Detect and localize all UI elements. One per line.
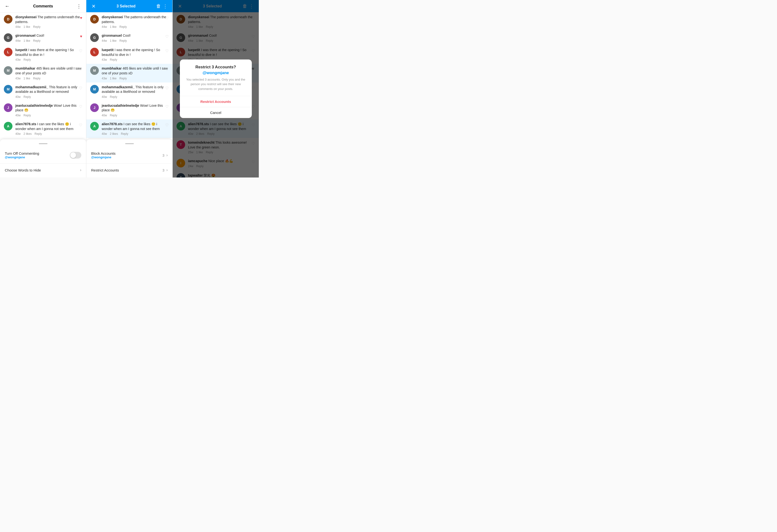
block-title: Block Accounts (91, 151, 162, 155)
comment-item[interactable]: Mmohammadkazemii_ This feature is only a… (86, 83, 173, 101)
reply-link[interactable]: Reply (34, 132, 42, 135)
heart-icon[interactable]: ♥ (80, 16, 83, 20)
reply-link[interactable]: Reply (33, 77, 40, 80)
reply-link[interactable]: Reply (119, 77, 127, 80)
avatar: M (90, 66, 99, 75)
comment-text: jeanlucsalathielmeledje Wow! Love this p… (102, 103, 169, 113)
restrict-accounts-button[interactable]: Restrict Accounts (180, 96, 252, 107)
comment-likes[interactable]: 1 like (110, 77, 117, 80)
comment-content: luepetit I was there at the opening ! So… (102, 48, 169, 62)
comment-item[interactable]: Lluepetit I was there at the opening ! S… (86, 45, 173, 64)
avatar: A (90, 122, 99, 130)
comment-time: 40w (15, 114, 21, 117)
reply-link[interactable]: Reply (110, 58, 117, 62)
comment-content: alien7878.sts I can see the likes 🙂 i wo… (102, 122, 169, 135)
turn-off-toggle[interactable] (70, 152, 81, 158)
turn-off-commenting-item[interactable]: Turn Off Commenting @wongmjane (0, 148, 86, 163)
comment-meta: 40w2 likesReply (102, 132, 169, 135)
reply-link[interactable]: Reply (119, 39, 127, 42)
heart-icon-empty[interactable]: ♡ (165, 16, 169, 20)
close-button-2[interactable]: ✕ (90, 3, 97, 10)
heart-icon-empty[interactable]: ♡ (165, 123, 169, 127)
comment-time: 43w (102, 77, 107, 80)
sheet-divider (0, 163, 86, 164)
reply-link[interactable]: Reply (23, 58, 31, 62)
comment-meta: 44w1 likeReply (15, 25, 82, 28)
comment-item[interactable]: Ddionyskensei The patterns underneath th… (0, 12, 86, 31)
heart-icon-empty[interactable]: ♡ (165, 67, 169, 72)
comment-likes[interactable]: 2 likes (23, 132, 32, 135)
modal-actions: Restrict Accounts Cancel (180, 96, 252, 118)
reply-link[interactable]: Reply (33, 25, 40, 28)
comment-content: alien7878.sts I can see the likes 🙂 i wo… (15, 122, 82, 135)
avatar: G (4, 33, 12, 42)
comment-likes[interactable]: 1 like (110, 25, 117, 28)
comment-item[interactable]: Jjeanlucsalathielmeledje Wow! Love this … (0, 101, 86, 119)
reply-link[interactable]: Reply (119, 25, 127, 28)
comment-text: mohammadkazemii_ This feature is only av… (15, 85, 82, 94)
comment-meta: 44w1 likeReply (102, 25, 169, 28)
comment-username: dionyskensei (15, 15, 37, 19)
selected-header-2: ✕ 3 Selected 🗑 ⋮ (86, 0, 173, 12)
reply-link[interactable]: Reply (23, 114, 31, 117)
comment-item[interactable]: Aalien7878.sts I can see the likes 🙂 i w… (86, 119, 173, 138)
comment-item[interactable]: Mmohammadkazemii_ This feature is only a… (0, 83, 86, 101)
restrict-accounts-item[interactable]: Restrict Accounts 3 › (86, 165, 173, 176)
comment-text: mohammadkazemii_ This feature is only av… (102, 85, 169, 94)
comment-likes[interactable]: 1 like (23, 77, 30, 80)
comment-meta: 43w1 likeReply (15, 77, 82, 80)
cancel-button[interactable]: Cancel (180, 107, 252, 118)
heart-icon-empty[interactable]: ♡ (165, 34, 169, 39)
heart-icon-empty[interactable]: ♡ (165, 49, 169, 53)
comment-item[interactable]: Aalien7878.sts I can see the likes 🙂 i w… (0, 119, 86, 138)
menu-button-2[interactable]: ⋮ (162, 3, 169, 10)
comment-item[interactable]: Mmumbhaikar 465 likes are visible until … (0, 64, 86, 82)
reply-link[interactable]: Reply (121, 132, 128, 135)
reply-link[interactable]: Reply (23, 95, 31, 99)
modal-overlay: Restrict 3 Accounts? @wongmjane You sele… (173, 0, 259, 178)
heart-icon-empty[interactable]: ♡ (79, 86, 82, 90)
comment-item[interactable]: Jjeanlucsalathielmeledje Wow! Love this … (86, 101, 173, 119)
back-button[interactable]: ← (4, 3, 11, 10)
comment-meta: 40wReply (15, 95, 82, 99)
comment-item[interactable]: Ggironmanuel Cool!44w1 likeReply♡ (86, 31, 173, 45)
avatar: L (90, 48, 99, 57)
reply-link[interactable]: Reply (110, 114, 117, 117)
choose-words-label: Choose Words to Hide (5, 168, 80, 172)
comment-likes[interactable]: 2 likes (110, 132, 118, 135)
comment-item[interactable]: Lluepetit I was there at the opening ! S… (0, 45, 86, 64)
heart-icon[interactable]: ♥ (80, 34, 83, 38)
block-accounts-item[interactable]: Block Accounts @wongmjane 3 › (86, 148, 173, 163)
comment-likes[interactable]: 1 like (110, 39, 117, 42)
heart-icon-empty[interactable]: ♡ (79, 123, 82, 127)
comment-meta: 40wReply (102, 95, 169, 99)
comment-item[interactable]: Ggironmanuel Cool!44w1 likeReply♥ (0, 31, 86, 45)
menu-button[interactable]: ⋮ (76, 3, 82, 10)
sheet-handle (39, 143, 47, 144)
comment-content: mohammadkazemii_ This feature is only av… (15, 85, 82, 99)
block-sublabel: @wongmjane (91, 155, 162, 159)
heart-icon-empty[interactable]: ♡ (79, 104, 82, 109)
reply-link[interactable]: Reply (33, 39, 40, 42)
heart-icon-empty[interactable]: ♡ (165, 86, 169, 90)
modal-title: Restrict 3 Accounts? @wongmjane (186, 64, 246, 76)
comment-likes[interactable]: 1 like (23, 25, 30, 28)
trash-button-2[interactable]: 🗑 (155, 3, 162, 10)
reply-link[interactable]: Reply (110, 95, 117, 99)
comment-time: 44w (15, 39, 21, 42)
avatar: D (4, 15, 12, 23)
comment-content: gironmanuel Cool!44w1 likeReply (102, 33, 169, 42)
avatar: J (90, 103, 99, 112)
choose-words-item[interactable]: Choose Words to Hide › (0, 165, 86, 176)
comment-content: gironmanuel Cool!44w1 likeReply (15, 33, 82, 42)
comment-item[interactable]: Ddionyskensei The patterns underneath th… (86, 12, 173, 31)
modal-description: You selected 3 accounts. Only you and th… (186, 77, 246, 91)
heart-icon-empty[interactable]: ♡ (79, 67, 82, 72)
restrict-label: Restrict Accounts (91, 168, 162, 172)
heart-icon-empty[interactable]: ♡ (79, 49, 82, 53)
sheet-handle-2 (125, 143, 134, 144)
comment-likes[interactable]: 1 like (23, 39, 30, 42)
comment-time: 44w (15, 25, 21, 28)
comment-item[interactable]: Mmumbhaikar 465 likes are visible until … (86, 64, 173, 82)
heart-icon-empty[interactable]: ♡ (165, 104, 169, 109)
